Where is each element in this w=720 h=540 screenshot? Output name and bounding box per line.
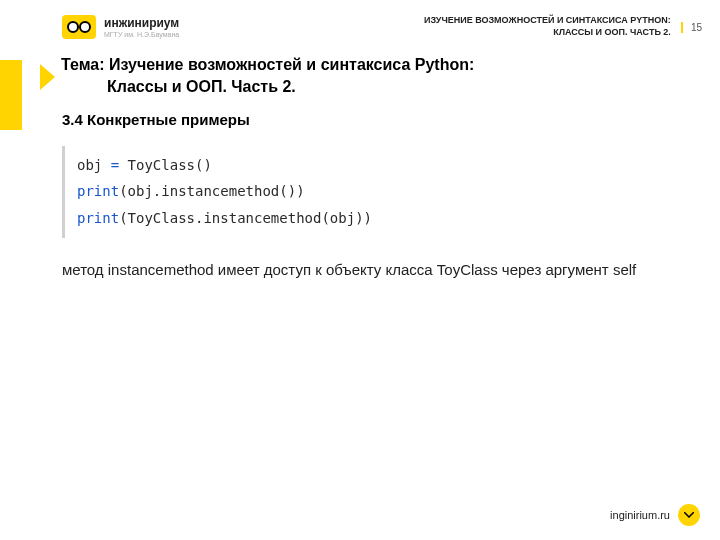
code-block: obj = ToyClass() print(obj.instancemetho… (62, 146, 720, 238)
logo: инжинириум МГТУ им. Н.Э.Баумана (62, 15, 179, 39)
side-accent-tab (0, 60, 22, 130)
section-title: 3.4 Конкретные примеры (0, 99, 720, 128)
body-text: метод instancemethod имеет доступ к объе… (0, 238, 720, 280)
logo-title: инжинириум (104, 17, 179, 29)
arrow-icon (40, 64, 55, 90)
code-line-3: print(ToyClass.instancemethod(obj)) (77, 205, 720, 232)
code-line-1: obj = ToyClass() (77, 152, 720, 179)
topic-text: Тема: Изучение возможностей и синтаксиса… (61, 54, 474, 99)
header-title: ИЗУЧЕНИЕ ВОЗМОЖНОСТЕЙ И СИНТАКСИСА PYTHO… (424, 15, 671, 38)
topic-line1: Изучение возможностей и синтаксиса Pytho… (109, 56, 474, 73)
page-number: 15 (681, 22, 702, 33)
topic-row: Тема: Изучение возможностей и синтаксиса… (0, 44, 720, 99)
code-line-2: print(obj.instancemethod()) (77, 178, 720, 205)
topic-line2: Классы и ООП. Часть 2. (61, 76, 474, 98)
topic-label: Тема: (61, 56, 105, 73)
owl-icon (62, 15, 96, 39)
footer: inginirium.ru (610, 504, 700, 526)
chevron-down-icon (678, 504, 700, 526)
logo-subtitle: МГТУ им. Н.Э.Баумана (104, 31, 179, 38)
slide-header: инжинириум МГТУ им. Н.Э.Баумана ИЗУЧЕНИЕ… (0, 0, 720, 44)
footer-link: inginirium.ru (610, 509, 670, 521)
